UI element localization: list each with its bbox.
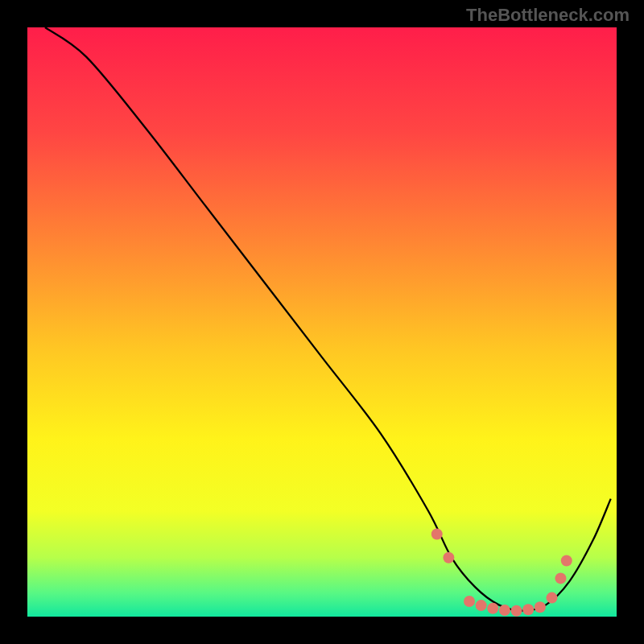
marker-dots xyxy=(431,529,572,617)
curve-line xyxy=(45,27,611,611)
marker-dot xyxy=(522,604,534,615)
marker-dot xyxy=(464,596,475,607)
marker-dot xyxy=(487,603,498,614)
marker-dot xyxy=(476,600,487,611)
marker-dot xyxy=(561,555,572,566)
plot-area xyxy=(27,27,617,617)
watermark-text: TheBottleneck.com xyxy=(466,5,630,26)
marker-dot xyxy=(431,529,443,540)
chart-overlay xyxy=(27,27,617,617)
marker-dot xyxy=(535,601,546,613)
marker-dot xyxy=(499,605,510,616)
marker-dot xyxy=(511,605,522,617)
marker-dot xyxy=(546,592,557,604)
marker-dot xyxy=(555,572,566,584)
marker-dot xyxy=(443,552,454,564)
